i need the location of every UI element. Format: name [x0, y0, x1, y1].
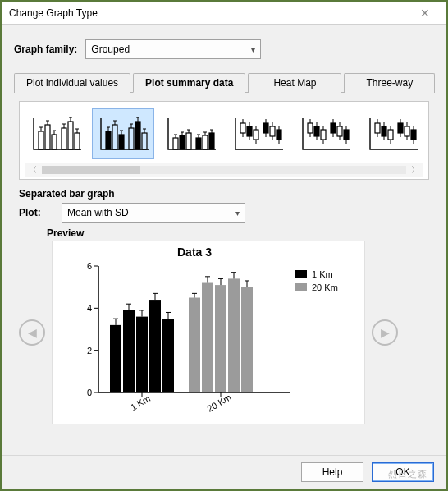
chevron-down-icon: ▾: [251, 45, 255, 54]
thumbnail-strip: 〈 〉: [19, 101, 429, 180]
svg-rect-14: [186, 133, 191, 149]
preview-area: ◀ Data 302461 Km20 Km1 Km20 Km ▶: [19, 241, 429, 424]
graph-family-row: Graph family: Grouped ▾: [14, 39, 434, 59]
svg-rect-28: [337, 126, 342, 136]
svg-rect-8: [119, 135, 124, 149]
svg-rect-13: [180, 135, 185, 149]
svg-rect-16: [203, 135, 208, 149]
plot-select[interactable]: Mean with SD ▾: [62, 203, 245, 223]
svg-text:20 Km: 20 Km: [312, 282, 338, 292]
ok-button[interactable]: OK: [372, 462, 434, 482]
scroll-track[interactable]: [42, 166, 406, 174]
graph-family-select[interactable]: Grouped ▾: [85, 39, 261, 59]
svg-text:20 Km: 20 Km: [205, 392, 233, 413]
svg-rect-83: [295, 283, 307, 291]
svg-rect-19: [247, 126, 252, 136]
svg-rect-24: [308, 123, 313, 133]
svg-rect-47: [110, 325, 121, 392]
tab-heat-map[interactable]: Heat Map: [248, 73, 341, 93]
svg-rect-73: [228, 278, 240, 392]
graphtype-thumb[interactable]: [361, 108, 423, 159]
svg-rect-34: [405, 126, 409, 136]
svg-text:Data 3: Data 3: [177, 246, 212, 259]
graphtype-title: Separated bar graph: [19, 188, 429, 200]
svg-rect-29: [344, 130, 349, 140]
scroll-handle[interactable]: [42, 166, 140, 174]
chevron-down-icon: ▾: [235, 209, 240, 218]
preview-next-button[interactable]: ▶: [372, 319, 398, 346]
svg-text:1 Km: 1 Km: [129, 393, 152, 412]
svg-text:1 Km: 1 Km: [312, 269, 333, 279]
svg-rect-53: [136, 317, 148, 392]
tab-plot-individual[interactable]: Plot individual values: [14, 73, 130, 93]
plot-value: Mean with SD: [67, 207, 129, 218]
svg-rect-81: [295, 270, 307, 278]
svg-rect-17: [209, 133, 214, 149]
svg-rect-35: [411, 130, 416, 140]
svg-rect-23: [277, 130, 281, 140]
window-title: Change Graph Type: [9, 2, 98, 24]
graphtype-thumb[interactable]: [159, 108, 222, 159]
svg-rect-26: [321, 130, 326, 140]
svg-rect-31: [382, 126, 386, 136]
svg-rect-64: [189, 298, 200, 393]
scroll-left-icon[interactable]: 〈: [29, 164, 37, 176]
thumb-scrollbar[interactable]: 〈 〉: [25, 163, 423, 177]
svg-rect-33: [398, 123, 403, 133]
svg-rect-5: [75, 133, 80, 149]
dialog-footer: Help OK: [2, 455, 446, 489]
svg-rect-50: [123, 310, 135, 392]
tab-three-way[interactable]: Three-way: [344, 73, 435, 93]
svg-text:4: 4: [87, 303, 92, 313]
tab-pane: 〈 〉 Separated bar graph Plot: Mean with …: [14, 93, 434, 429]
svg-text:6: 6: [87, 261, 92, 271]
svg-rect-10: [135, 122, 140, 149]
svg-rect-25: [314, 126, 319, 136]
preview-prev-button[interactable]: ◀: [19, 319, 45, 346]
svg-rect-59: [162, 319, 174, 392]
svg-rect-56: [149, 300, 161, 392]
preview-chart: Data 302461 Km20 Km1 Km20 Km: [52, 241, 365, 424]
svg-rect-15: [196, 138, 201, 149]
graphtype-thumb[interactable]: [294, 108, 356, 159]
graph-family-label: Graph family:: [14, 44, 77, 55]
svg-rect-20: [254, 130, 258, 140]
svg-rect-22: [270, 126, 275, 136]
tabs: Plot individual values Plot summary data…: [14, 72, 434, 93]
svg-rect-12: [173, 138, 178, 149]
svg-text:2: 2: [87, 346, 92, 356]
help-button[interactable]: Help: [301, 462, 363, 482]
svg-rect-18: [240, 123, 245, 133]
svg-rect-76: [241, 287, 253, 392]
svg-rect-4: [68, 122, 73, 149]
svg-rect-9: [129, 128, 134, 149]
graph-family-value: Grouped: [91, 44, 130, 55]
svg-rect-21: [263, 123, 268, 133]
close-icon[interactable]: ✕: [411, 5, 439, 21]
svg-rect-27: [331, 123, 336, 133]
svg-rect-7: [112, 125, 117, 149]
svg-rect-32: [388, 130, 393, 140]
svg-rect-0: [39, 131, 43, 149]
svg-rect-6: [106, 131, 111, 149]
svg-rect-30: [375, 123, 380, 133]
svg-rect-70: [215, 285, 226, 392]
svg-rect-3: [62, 128, 66, 149]
plot-label: Plot:: [19, 207, 53, 218]
svg-rect-2: [52, 135, 57, 149]
scroll-right-icon[interactable]: 〉: [411, 164, 419, 176]
svg-rect-1: [45, 125, 50, 149]
plot-row: Plot: Mean with SD ▾: [19, 203, 429, 223]
tab-plot-summary[interactable]: Plot summary data: [133, 73, 245, 93]
svg-text:0: 0: [87, 388, 92, 397]
svg-rect-67: [202, 283, 213, 392]
titlebar: Change Graph Type ✕: [2, 2, 446, 25]
graphtype-thumb[interactable]: [92, 108, 154, 159]
graphtype-thumb[interactable]: [226, 108, 289, 159]
dialog-window: Change Graph Type ✕ Graph family: Groupe…: [2, 2, 446, 489]
preview-label: Preview: [47, 227, 429, 239]
graphtype-thumb[interactable]: [25, 108, 87, 159]
svg-rect-11: [142, 133, 147, 149]
